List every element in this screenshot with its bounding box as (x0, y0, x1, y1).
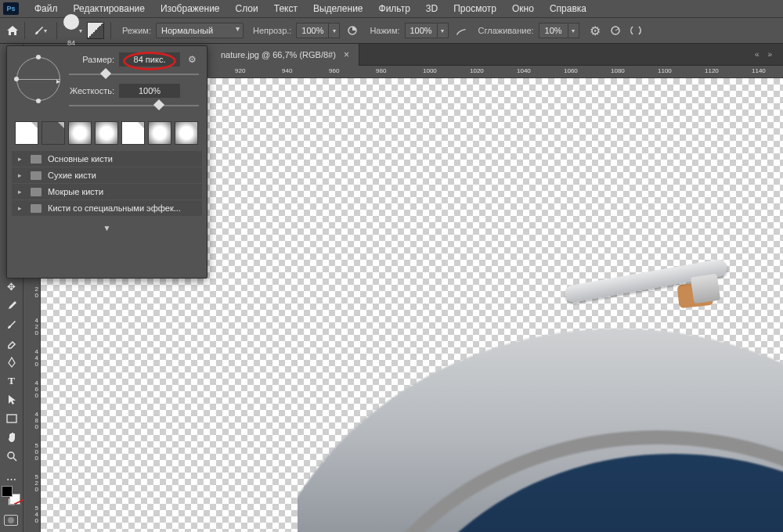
smoothing-label: Сглаживание: (478, 26, 534, 35)
brush-tool-icon[interactable]: ▾ (30, 22, 50, 39)
ruler-tick: 500 (35, 443, 38, 462)
pen-tool[interactable] (2, 354, 21, 370)
folder-icon (31, 155, 41, 164)
folder-icon (31, 171, 41, 180)
brush-angle-control[interactable]: ▸ (15, 56, 58, 102)
brush-thumb[interactable] (41, 121, 65, 145)
flow-input[interactable]: 100% (405, 23, 438, 38)
close-icon[interactable]: × (344, 49, 349, 60)
menu-view[interactable]: Просмотр (446, 1, 504, 16)
menu-window[interactable]: Окно (504, 1, 542, 16)
menu-text[interactable]: Текст (266, 1, 305, 16)
brush-thumbnails (7, 121, 207, 151)
brush-folder[interactable]: ▸Кисти со специальными эффек... (12, 200, 202, 216)
chevron-down-icon[interactable]: ▾ (329, 23, 340, 38)
symmetry-icon[interactable] (628, 23, 644, 38)
hardness-label: Жесткость: (69, 86, 114, 95)
opacity-input[interactable]: 100% (296, 23, 329, 38)
ruler-tick: 920 (235, 67, 245, 74)
ruler-tick: 1100 (658, 67, 672, 74)
brush-folder[interactable]: ▸Основные кисти (12, 151, 202, 167)
ruler-tick: 1000 (423, 67, 437, 74)
quick-mask-toggle[interactable] (4, 515, 18, 526)
chevron-down-icon[interactable]: ▾ (568, 23, 579, 38)
ruler-tick: 1060 (564, 67, 578, 74)
pressure-size-icon[interactable] (608, 23, 623, 38)
size-label: Размер: (69, 55, 114, 64)
brush-folder[interactable]: ▸Мокрые кисти (12, 184, 202, 200)
ruler-tick: 1080 (611, 67, 625, 74)
ruler-tick: 1120 (705, 67, 719, 74)
tool-options-bar: ▾ 84 ▾ Режим: Нормальный Непрозр.: 100% … (0, 18, 783, 44)
horizontal-ruler: 9209409609801000102010401060108011001120… (211, 66, 783, 78)
eyedropper-tool[interactable] (2, 297, 21, 314)
menu-help[interactable]: Справка (542, 1, 594, 16)
menu-filter[interactable]: Фильтр (371, 1, 418, 16)
eraser-tool[interactable] (2, 335, 21, 351)
chevron-right-icon: ▸ (18, 204, 24, 212)
app-logo: Ps (3, 2, 19, 15)
brush-thumb[interactable] (95, 121, 118, 145)
main-menu-bar: Ps Файл Редактирование Изображение Слои … (0, 0, 783, 18)
ruler-tick: 480 (35, 412, 38, 430)
document-tab[interactable]: nature.jpg @ 66,7% (RGB/8#) × (211, 44, 359, 66)
folder-icon (31, 204, 41, 213)
blend-mode-select[interactable]: Нормальный (156, 23, 244, 38)
menu-3d[interactable]: 3D (418, 1, 446, 16)
pressure-opacity-icon[interactable] (345, 23, 360, 38)
brush-thumb[interactable] (175, 121, 198, 145)
move-tool[interactable]: ✥ (2, 279, 21, 295)
tab-title: nature.jpg @ 66,7% (RGB/8#) (221, 50, 336, 59)
ruler-tick: 1040 (517, 67, 531, 74)
path-selection-tool[interactable] (2, 391, 21, 408)
ruler-tick: 420 (35, 318, 38, 336)
hand-tool[interactable] (2, 429, 21, 445)
brush-hardness-slider[interactable] (69, 101, 199, 110)
ruler-tick: 980 (376, 67, 386, 74)
chevron-down-icon: ▾ (44, 27, 47, 34)
home-button[interactable] (5, 22, 25, 39)
document-tab-bar: nature.jpg @ 66,7% (RGB/8#) × « » (211, 44, 783, 66)
brush-folder-list: ▸Основные кисти ▸Сухие кисти ▸Мокрые кис… (7, 151, 207, 216)
menu-select[interactable]: Выделение (305, 1, 371, 16)
ruler-tick: 540 (35, 505, 38, 524)
ruler-tick: 940 (282, 67, 292, 74)
chevron-right-icon: ▸ (18, 188, 24, 196)
brush-size-slider[interactable] (69, 70, 199, 79)
brush-preview-circle (63, 14, 79, 30)
brush-thumb[interactable] (68, 121, 92, 145)
divider (56, 22, 57, 39)
brush-settings-toggle-icon[interactable] (87, 22, 104, 39)
chevron-down-icon[interactable]: ▾ (438, 23, 449, 38)
edit-toolbar-icon[interactable]: ⋯ (2, 471, 21, 487)
foreground-color[interactable] (2, 486, 13, 497)
svg-point-4 (8, 452, 14, 458)
tab-overflow-chevrons[interactable]: « » (755, 50, 775, 59)
menu-layers[interactable]: Слои (228, 1, 266, 16)
brush-tool[interactable] (2, 316, 21, 332)
divider (110, 22, 111, 39)
opacity-label: Непрозр.: (253, 26, 291, 35)
expand-chevron-icon[interactable]: ▼ (7, 224, 207, 232)
brush-preset-picker[interactable]: 84 ▾ (63, 14, 82, 47)
brush-thumb[interactable] (121, 121, 145, 145)
menu-file[interactable]: Файл (27, 1, 66, 16)
smoothing-input[interactable]: 10% (539, 23, 568, 38)
brush-thumb[interactable] (15, 121, 38, 145)
ruler-tick: 1020 (470, 67, 484, 74)
image-content (298, 250, 783, 532)
rectangle-tool[interactable] (2, 410, 21, 426)
zoom-tool[interactable] (2, 448, 21, 464)
brush-hardness-input[interactable]: 100% (119, 84, 180, 98)
flow-label: Нажим: (370, 26, 399, 35)
brush-size-input[interactable]: 84 пикс. (119, 52, 180, 66)
type-tool[interactable]: T (2, 372, 21, 389)
mode-label: Режим: (122, 26, 151, 35)
menu-image[interactable]: Изображение (153, 1, 228, 16)
brush-thumb[interactable] (148, 121, 171, 145)
ruler-tick: 460 (35, 380, 38, 399)
brush-folder[interactable]: ▸Сухие кисти (12, 167, 202, 183)
gear-icon[interactable]: ⚙ (587, 23, 603, 38)
airbrush-icon[interactable] (453, 23, 469, 38)
gear-icon[interactable]: ⚙ (185, 54, 199, 65)
